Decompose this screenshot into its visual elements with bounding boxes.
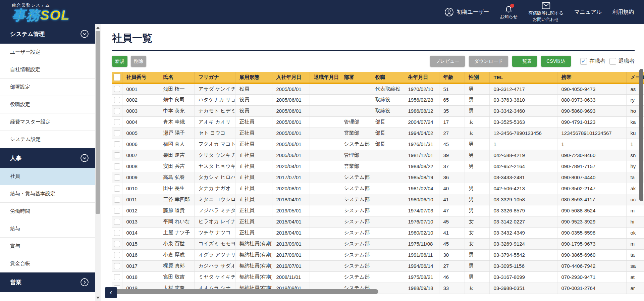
sidebar-item[interactable]: 給与: [0, 220, 95, 238]
row-checkbox[interactable]: [114, 241, 120, 247]
table-cell: [310, 172, 340, 183]
delete-button[interactable]: 削除: [131, 56, 146, 67]
column-header[interactable]: 氏名: [159, 72, 194, 83]
table-row[interactable]: 0009高島 弘春タカシマ ヒロハル正社員2017/07/01システム部1985…: [112, 172, 644, 183]
table-row[interactable]: 0005瀬戸 陽子セト ヨウコ正社員2005/06/01営業部部長1994/04…: [112, 128, 644, 139]
table-row[interactable]: 0011三谷 幸四郎ミタニ コウシロウ正社員2018/04/01システム部198…: [112, 194, 644, 205]
row-checkbox[interactable]: [114, 152, 120, 158]
sidebar-item[interactable]: 給与・賞与基本設定: [0, 185, 95, 203]
terms-link[interactable]: 利用規約: [612, 9, 634, 16]
column-header[interactable]: フリガナ: [194, 72, 235, 83]
table-row[interactable]: 0015小泉 百世コイズミ モモヨ契約社員(有期)2013/09/01システム部…: [112, 238, 644, 249]
manual-link[interactable]: マニュアル: [574, 9, 602, 16]
sidebar-scrollbar-thumb[interactable]: [96, 31, 100, 214]
table-row[interactable]: 0002畑中 良司ハタケナカ リョウジ役員2005/06/01取締役1956/0…: [112, 94, 644, 105]
table-row[interactable]: 0007栗田 運吉クリタ ウンキチ正社員2005/06/01管理部1981/12…: [112, 150, 644, 161]
row-checkbox[interactable]: [114, 119, 120, 125]
column-header[interactable]: 雇用形態: [235, 72, 272, 83]
table-cell: 17: [439, 116, 465, 128]
row-checkbox[interactable]: [114, 263, 120, 269]
retired-filter-checkbox[interactable]: [609, 58, 616, 65]
table-cell: 小倉 厚成: [159, 249, 194, 260]
row-checkbox[interactable]: [114, 197, 120, 203]
contact-button[interactable]: 有償版等に関する お問い合わせ: [528, 2, 564, 22]
table-row[interactable]: 0018宮田 敬吉ミヤタ ケイキチ契約社員(有期)2008/11/01システム部…: [112, 271, 644, 283]
row-checkbox[interactable]: [114, 108, 120, 114]
row-checkbox[interactable]: [114, 163, 120, 169]
sidebar-item[interactable]: ユーザー設定: [0, 44, 95, 61]
row-checkbox[interactable]: [114, 174, 120, 181]
table-cell: 男: [465, 139, 489, 150]
csv-import-button[interactable]: CSV取込: [541, 56, 571, 67]
notifications-button[interactable]: お知らせ: [500, 5, 518, 19]
table-row[interactable]: 0010田中 長生タナカ ナガオ正社員2020/08/01システム部1981/0…: [112, 183, 644, 194]
table-cell: 2005/06/01: [272, 116, 310, 128]
row-checkbox[interactable]: [114, 86, 120, 92]
new-button[interactable]: 新規: [112, 56, 127, 67]
table-row[interactable]: 0004青木 圭織アオキ カオリ正社員2005/06/01管理部部長2004/0…: [112, 116, 644, 128]
row-checkbox[interactable]: [114, 141, 120, 147]
table-row[interactable]: 0017梶原 貞郎カジハラ サダオ契約社員(有期)2019/07/01システム部…: [112, 260, 644, 271]
sidebar-collapse-button[interactable]: ‹: [105, 287, 117, 298]
column-header[interactable]: 性別: [465, 72, 489, 83]
column-header[interactable]: 入社年月日: [272, 72, 310, 83]
column-header[interactable]: 部署: [340, 72, 371, 83]
row-checkbox[interactable]: [114, 252, 120, 258]
sidebar-section-header[interactable]: システム管理: [0, 24, 95, 44]
scrollbar-up-arrow-icon[interactable]: [95, 25, 101, 30]
row-checkbox[interactable]: [114, 219, 120, 225]
sidebar-scrollbar[interactable]: [95, 24, 101, 301]
active-filter-checkbox[interactable]: [580, 58, 587, 65]
row-checkbox[interactable]: [114, 208, 120, 214]
table-row[interactable]: 0006福岡 真人フクオカ マコト正社員2005/06/01システム部部長197…: [112, 139, 644, 150]
table-row[interactable]: 0008安田 兵吉ヤスタ ヒョウキチ正社員2020/04/01営業部1984/0…: [112, 161, 644, 172]
mail-icon: [542, 2, 550, 9]
table-row[interactable]: 0016小倉 厚成オグラ アツナリ契約社員(有期)2017/09/01システム部…: [112, 249, 644, 260]
sidebar-item[interactable]: 役職設定: [0, 96, 95, 113]
table-row[interactable]: 0014土屋 ナツ子ツチヤ ナツコ正社員2016/04/01システム部1980/…: [112, 227, 644, 238]
sidebar-item[interactable]: 部署設定: [0, 79, 95, 96]
user-icon: [444, 7, 454, 17]
app-logo[interactable]: 統合業務システム 事務SOL: [12, 0, 70, 24]
column-header[interactable]: TEL: [489, 72, 557, 83]
sidebar-item[interactable]: 社員: [0, 168, 95, 185]
table-cell: 0002: [122, 94, 159, 105]
table-cell: 03-3433-2481: [489, 172, 557, 183]
table-row[interactable]: 0013平岡 れいなヒラオカ レイナ正社員2015/04/01システム部1976…: [112, 216, 644, 227]
row-checkbox[interactable]: [114, 130, 120, 136]
sidebar-item[interactable]: システム設定: [0, 131, 95, 148]
sidebar-item[interactable]: 経費マスター設定: [0, 113, 95, 131]
list-button[interactable]: 一覧表: [512, 56, 537, 67]
row-checkbox[interactable]: [114, 97, 120, 103]
column-header[interactable]: 年齢: [439, 72, 465, 83]
download-button[interactable]: ダウンロード: [469, 56, 508, 67]
column-header[interactable]: 社員番号: [122, 72, 159, 83]
sidebar-item[interactable]: 賃金台帳: [0, 255, 95, 272]
sidebar-item[interactable]: 賞与: [0, 238, 95, 255]
sidebar-section-header[interactable]: 営業: [0, 272, 95, 292]
table-cell: 2005/06/01: [272, 139, 310, 150]
column-header[interactable]: 退職年月日: [310, 72, 340, 83]
active-employee-filter[interactable]: 在職者: [580, 58, 605, 65]
preview-button[interactable]: プレビュー: [430, 56, 465, 67]
row-checkbox[interactable]: [114, 186, 120, 192]
retired-employee-filter[interactable]: 退職者: [609, 58, 635, 65]
sidebar-section-header[interactable]: 人事: [0, 148, 95, 168]
table-row[interactable]: 0012藤原 道貴フジハラ ミチタカ正社員2019/05/01システム部1974…: [112, 205, 644, 216]
select-all-header[interactable]: [112, 72, 122, 83]
horizontal-scrollbar-thumb[interactable]: [113, 289, 378, 294]
column-header[interactable]: 生年月日: [404, 72, 439, 83]
table-cell: [310, 116, 340, 128]
sidebar-item[interactable]: 自社情報設定: [0, 61, 95, 79]
row-checkbox[interactable]: [114, 230, 120, 236]
table-row[interactable]: 0003中本 英充ナカモト ヒデミツ役員2005/06/01取締役1986/08…: [112, 105, 644, 116]
sidebar-item[interactable]: 労働時間: [0, 203, 95, 220]
scrollbar-down-arrow-icon[interactable]: [95, 295, 101, 300]
row-checkbox[interactable]: [114, 274, 120, 280]
table-row[interactable]: 0001浅田 権一アサダ ケンイチ役員2005/06/01代表取締役1970/0…: [112, 83, 644, 94]
select-all-checkbox[interactable]: [113, 73, 121, 81]
table-scrollbar-thumb[interactable]: [639, 69, 643, 201]
user-menu[interactable]: 初期ユーザー: [444, 7, 489, 17]
column-header[interactable]: 役職: [371, 72, 404, 83]
column-header[interactable]: 携帯: [557, 72, 626, 83]
